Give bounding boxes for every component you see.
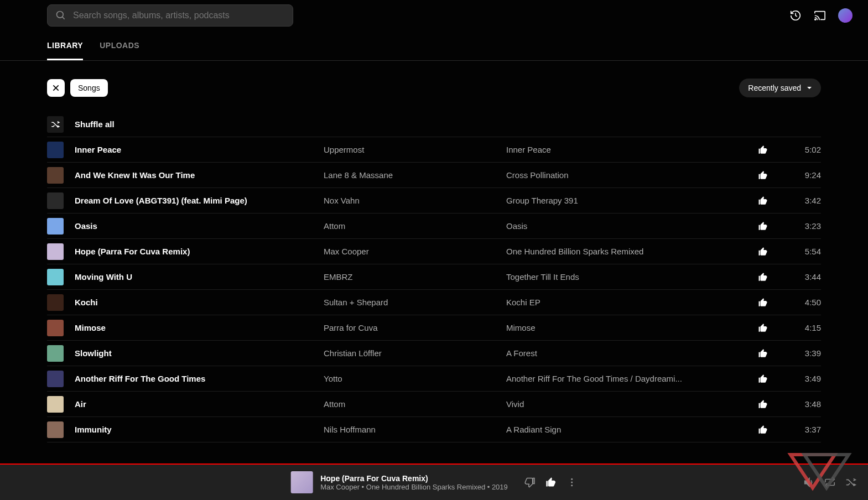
svg-point-6 [571,482,573,483]
song-row[interactable]: Inner Peace Uppermost Inner Peace 5:02 [47,137,821,163]
like-button[interactable] [749,196,777,206]
song-row[interactable]: And We Knew It Was Our Time Lane 8 & Mas… [47,163,821,188]
shuffle-icon [47,116,64,133]
filter-row: Songs Recently saved [0,61,868,104]
song-row[interactable]: Slowlight Christian Löffler A Forest 3:3… [47,341,821,366]
like-button[interactable] [749,374,777,384]
svg-point-2 [815,19,816,20]
song-artist[interactable]: Nils Hoffmann [324,425,495,434]
song-artist[interactable]: Nox Vahn [324,196,495,205]
song-duration: 5:02 [788,145,821,154]
song-artist[interactable]: EMBRZ [324,272,495,282]
song-artist[interactable]: Attom [324,221,495,231]
like-button[interactable] [749,298,777,308]
cast-icon[interactable] [814,9,826,22]
song-album[interactable]: Cross Pollination [506,170,738,180]
tab-library[interactable]: LIBRARY [47,41,83,60]
now-playing-title[interactable]: Hope (Parra For Cuva Remix) [320,474,508,483]
search-input[interactable] [73,11,285,20]
song-duration: 4:50 [788,298,821,307]
song-row[interactable]: Immunity Nils Hoffmann A Radiant Sign 3:… [47,417,821,442]
song-duration: 3:37 [788,425,821,434]
song-title: Hope (Parra For Cuva Remix) [75,247,313,256]
repeat-button[interactable] [824,476,836,488]
song-list: Shuffle all Inner Peace Uppermost Inner … [0,104,868,442]
song-artist[interactable]: Christian Löffler [324,348,495,358]
like-button[interactable] [749,399,777,409]
like-button[interactable] [749,272,777,282]
song-title: Immunity [75,425,313,434]
song-duration: 3:42 [788,196,821,205]
song-artist[interactable]: Max Cooper [324,247,495,256]
like-button[interactable] [545,477,557,488]
now-playing: Hope (Parra For Cuva Remix) Max Cooper •… [290,471,578,493]
song-row[interactable]: Dream Of Love (ABGT391) (feat. Mimi Page… [47,188,821,213]
song-album[interactable]: Inner Peace [506,145,738,154]
song-duration: 4:15 [788,323,821,332]
song-row[interactable]: Kochi Sultan + Shepard Kochi EP 4:50 [47,290,821,315]
song-row[interactable]: Moving With U EMBRZ Together Till It End… [47,264,821,290]
album-thumb [47,269,64,285]
song-title: Inner Peace [75,145,313,154]
dislike-button[interactable] [524,477,536,488]
album-thumb [47,345,64,362]
sort-dropdown[interactable]: Recently saved [739,79,821,97]
tab-uploads[interactable]: UPLOADS [100,41,139,60]
song-album[interactable]: Oasis [506,221,738,231]
song-title: Kochi [75,298,313,307]
song-row[interactable]: Air Attom Vivid 3:48 [47,392,821,417]
history-icon[interactable] [789,9,802,22]
now-playing-subtitle[interactable]: Max Cooper • One Hundred Billion Sparks … [320,483,508,491]
volume-button[interactable] [803,476,815,488]
album-thumb [47,192,64,209]
player-bar: Hope (Parra For Cuva Remix) Max Cooper •… [0,465,868,500]
progress-bar[interactable] [0,463,868,465]
song-album[interactable]: Another Riff For The Good Times / Daydre… [506,374,738,383]
now-playing-thumb[interactable] [290,471,313,493]
song-artist[interactable]: Lane 8 & Massane [324,170,495,180]
album-thumb [47,396,64,413]
like-button[interactable] [749,323,777,333]
song-album[interactable]: Kochi EP [506,298,738,307]
svg-point-7 [571,485,573,486]
song-album[interactable]: Mimose [506,323,738,332]
filter-chip-songs[interactable]: Songs [70,79,108,97]
song-artist[interactable]: Uppermost [324,145,495,154]
avatar[interactable] [838,8,853,23]
song-row[interactable]: Hope (Parra For Cuva Remix) Max Cooper O… [47,239,821,264]
song-album[interactable]: A Forest [506,348,738,358]
song-artist[interactable]: Yotto [324,374,495,383]
song-album[interactable]: One Hundred Billion Sparks Remixed [506,247,738,256]
shuffle-all-button[interactable]: Shuffle all [47,112,821,137]
song-artist[interactable]: Parra for Cuva [324,323,495,332]
song-album[interactable]: Vivid [506,399,738,409]
like-button[interactable] [749,247,777,257]
album-thumb [47,371,64,387]
song-duration: 3:39 [788,348,821,358]
song-album[interactable]: Together Till It Ends [506,272,738,282]
shuffle-button[interactable] [845,476,857,488]
song-duration: 3:23 [788,221,821,231]
like-button[interactable] [749,348,777,358]
like-button[interactable] [749,145,777,155]
song-artist[interactable]: Attom [324,399,495,409]
song-artist[interactable]: Sultan + Shepard [324,298,495,307]
like-button[interactable] [749,170,777,180]
shuffle-label: Shuffle all [75,119,313,129]
song-row[interactable]: Mimose Parra for Cuva Mimose 4:15 [47,315,821,341]
song-row[interactable]: Oasis Attom Oasis 3:23 [47,213,821,239]
song-album[interactable]: A Radiant Sign [506,425,738,434]
clear-filter-button[interactable] [47,79,65,97]
like-button[interactable] [749,425,777,435]
like-button[interactable] [749,221,777,231]
song-title: Moving With U [75,272,313,282]
song-duration: 3:48 [788,399,821,409]
search-box[interactable] [47,4,293,27]
song-duration: 3:44 [788,272,821,282]
song-row[interactable]: Another Riff For The Good Times Yotto An… [47,366,821,392]
album-thumb [47,243,64,260]
svg-point-0 [57,12,64,18]
more-button[interactable] [566,477,578,488]
song-title: Mimose [75,323,313,332]
song-album[interactable]: Group Therapy 391 [506,196,738,205]
